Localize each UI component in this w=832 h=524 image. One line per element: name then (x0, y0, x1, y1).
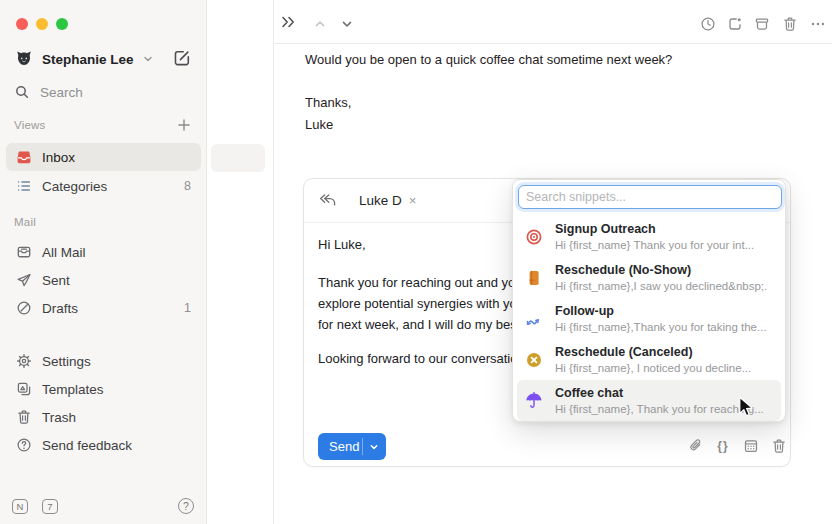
search-icon (14, 84, 30, 100)
account-name: Stephanie Lee (42, 52, 134, 67)
snippet-title: Signup Outreach (555, 222, 754, 237)
send-options-chevron-icon[interactable] (362, 438, 384, 455)
recipient-chip[interactable]: Luke D × (359, 193, 416, 208)
collapse-icon[interactable] (279, 13, 297, 31)
message-signoff: Thanks, (305, 95, 351, 110)
inbox-icon (16, 149, 32, 165)
target-icon (525, 228, 543, 246)
open-new-icon[interactable] (726, 15, 744, 33)
help-button[interactable]: ? (178, 498, 194, 514)
composer-line: Looking forward to our conversatio (318, 351, 517, 366)
composer-line: Thank you for reaching out and you (318, 275, 523, 290)
categories-count-badge: 8 (184, 179, 191, 193)
braces-glyph: {} (717, 439, 728, 453)
remove-recipient-icon[interactable]: × (409, 193, 417, 208)
snippet-item-reschedule-canceled[interactable]: Reschedule (Canceled) Hi {first_name}, I… (517, 339, 781, 380)
sidebar-item-inbox[interactable]: Inbox (6, 143, 201, 171)
conversation-toolbar (274, 0, 832, 44)
snippet-preview: Hi {first_name},I saw you declined&nbsp;… (555, 279, 767, 293)
composer-line: explore potential synergies with yo (318, 296, 517, 311)
drafts-count-badge: 1 (184, 301, 191, 315)
mail-section-header: Mail (14, 216, 36, 228)
mouse-cursor (736, 396, 755, 421)
zoom-window-button[interactable] (56, 18, 68, 30)
umbrella-icon (525, 392, 543, 410)
archive-icon[interactable] (753, 15, 771, 33)
window-controls (16, 18, 68, 30)
sidebar-item-label: Trash (42, 410, 76, 425)
sidebar-item-send-feedback[interactable]: Send feedback (6, 431, 201, 459)
search-input[interactable]: Search (14, 80, 83, 104)
cancel-icon (525, 351, 543, 369)
help-icon (16, 437, 32, 453)
reply-all-icon (318, 193, 337, 208)
calendar-icon[interactable] (742, 437, 760, 455)
drafts-icon (16, 300, 32, 316)
sidebar-item-sent[interactable]: Sent (6, 266, 201, 294)
cat-avatar (14, 49, 34, 69)
composer-line: Hi Luke, (318, 237, 366, 252)
braces-icon[interactable]: {} (714, 437, 732, 455)
sidebar-item-trash[interactable]: Trash (6, 403, 201, 431)
sidebar-item-label: Templates (42, 382, 104, 397)
send-label: Send (318, 439, 362, 454)
chevron-up-icon[interactable] (311, 15, 329, 33)
gear-icon (16, 353, 32, 369)
compose-icon[interactable] (172, 48, 192, 68)
sidebar-item-templates[interactable]: Templates (6, 375, 201, 403)
collapsed-list-item (211, 144, 265, 172)
sidebar: Stephanie Lee Search Views Inbox Categor… (0, 0, 207, 524)
discard-draft-trash-icon[interactable] (770, 437, 788, 455)
snippet-title: Coffee chat (555, 386, 764, 401)
snippet-title: Reschedule (Canceled) (555, 345, 751, 360)
sidebar-item-categories[interactable]: Categories 8 (6, 172, 201, 200)
message-sender: Luke (305, 117, 333, 132)
sidebar-item-label: Categories (42, 179, 107, 194)
snippet-list: Signup Outreach Hi {first_name} Thank yo… (513, 216, 785, 421)
templates-icon (16, 381, 32, 397)
snippet-item-reschedule-no-show[interactable]: Reschedule (No-Show) Hi {first_name},I s… (517, 257, 781, 298)
sidebar-item-settings[interactable]: Settings (6, 347, 201, 375)
trash-icon (16, 409, 32, 425)
chevron-down-icon[interactable] (338, 15, 356, 33)
calendar-app-icon[interactable]: 7 (42, 499, 58, 514)
snippet-preview: Hi {first_name}, I noticed you decline..… (555, 361, 751, 375)
sidebar-item-label: Sent (42, 273, 70, 288)
add-view-icon[interactable] (176, 117, 192, 133)
minimize-window-button[interactable] (36, 18, 48, 30)
sidebar-item-label: All Mail (42, 245, 86, 260)
sidebar-item-drafts[interactable]: Drafts 1 (6, 294, 201, 322)
trash-icon[interactable] (781, 15, 799, 33)
sidebar-item-all-mail[interactable]: All Mail (6, 238, 201, 266)
account-switcher[interactable]: Stephanie Lee (14, 46, 154, 72)
snippet-preview: Hi {first_name}, Thank you for reaching.… (555, 402, 764, 416)
views-section-header: Views (14, 119, 45, 131)
categories-icon (16, 178, 32, 194)
snippets-popup: Signup Outreach Hi {first_name} Thank yo… (512, 179, 786, 422)
more-icon[interactable] (809, 15, 827, 33)
snippet-title: Reschedule (No-Show) (555, 263, 767, 278)
all-mail-icon (16, 244, 32, 260)
sidebar-item-label: Inbox (42, 150, 75, 165)
send-button[interactable]: Send (318, 433, 386, 460)
paperclip-icon[interactable] (687, 437, 705, 455)
snippet-item-signup-outreach[interactable]: Signup Outreach Hi {first_name} Thank yo… (517, 216, 781, 257)
snippet-preview: Hi {first_name},Thank you for taking the… (555, 320, 767, 334)
notebook-icon (525, 269, 543, 287)
message-text: Would you be open to a quick coffee chat… (305, 52, 672, 67)
sidebar-bottom-bar: N 7 ? (12, 496, 194, 516)
chevron-down-icon (142, 53, 154, 65)
sidebar-item-label: Settings (42, 354, 91, 369)
close-window-button[interactable] (16, 18, 28, 30)
snippet-search-input[interactable] (518, 185, 782, 209)
sidebar-item-label: Drafts (42, 301, 78, 316)
snippet-item-follow-up[interactable]: Follow-up Hi {first_name},Thank you for … (517, 298, 781, 339)
snippet-title: Follow-up (555, 304, 767, 319)
snooze-clock-icon[interactable] (699, 15, 717, 33)
search-label: Search (40, 85, 83, 100)
notes-app-icon[interactable]: N (12, 499, 28, 514)
sidebar-item-label: Send feedback (42, 438, 132, 453)
composer-line: for next week, and I will do my best (318, 317, 520, 332)
sent-icon (16, 272, 32, 288)
trend-arrow-icon (525, 310, 543, 328)
